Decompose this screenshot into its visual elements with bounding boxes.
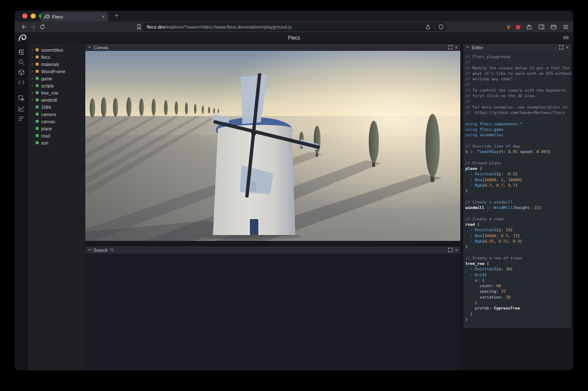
tree-item-camera[interactable]: camera	[28, 111, 85, 118]
flecs-explorer-page: Flecs	[15, 32, 573, 370]
close-icon[interactable]: ×	[455, 248, 458, 253]
close-window-button[interactable]	[22, 13, 27, 18]
reload-icon[interactable]	[39, 24, 46, 30]
left-toolbar	[15, 43, 28, 370]
entity-tree-icon[interactable]	[18, 49, 25, 55]
expander-icon[interactable]: ›	[32, 98, 36, 102]
expander-icon[interactable]: ›	[32, 69, 36, 74]
canvas-panel: Canvas ×	[85, 44, 460, 241]
code-line	[465, 193, 571, 199]
share-link-icon[interactable]	[563, 34, 569, 41]
code-line	[465, 115, 571, 121]
expand-icon[interactable]	[559, 45, 564, 50]
entity-badge	[36, 134, 39, 137]
cube-icon[interactable]	[18, 69, 25, 76]
tree-item-materials[interactable]: ›materials	[28, 61, 85, 68]
browser-tab[interactable]: Flecs ×	[41, 12, 108, 21]
entity-badge	[36, 113, 39, 116]
minimize-window-button[interactable]	[31, 13, 36, 18]
expander-icon[interactable]: ›	[32, 83, 36, 88]
new-tab-button[interactable]: +	[115, 12, 118, 19]
chevron-down-icon[interactable]	[88, 248, 92, 251]
code-line: spacing: 15	[465, 288, 571, 294]
toolbar-extensions: V	[507, 21, 569, 32]
module-badge	[36, 48, 39, 51]
stats-icon[interactable]	[18, 115, 25, 122]
inspect-icon[interactable]	[18, 95, 25, 102]
entity-badge	[36, 127, 39, 130]
expand-icon[interactable]	[448, 248, 453, 252]
expander-icon[interactable]: ›	[32, 48, 36, 52]
tree-item-label: assemblies	[41, 48, 63, 53]
url-bar[interactable]: flecs.dev/explorer/?wasm=https://www.fle…	[142, 23, 447, 31]
tree-item-windmill[interactable]: ›windmill	[28, 96, 85, 103]
code-line: variation: 10	[465, 294, 571, 300]
tree-item-flecs[interactable]: ›flecs	[28, 53, 85, 61]
brave-shield-icon[interactable]	[438, 24, 444, 30]
expand-icon[interactable]	[448, 45, 453, 50]
tree-item-WoodFrame[interactable]: ›WoodFrame	[28, 68, 85, 75]
expander-icon[interactable]: ›	[32, 76, 36, 81]
expander-icon[interactable]: ›	[32, 90, 36, 95]
code-icon[interactable]	[18, 79, 25, 86]
entity-badge	[36, 84, 39, 87]
canvas-3d-view[interactable]	[85, 51, 460, 241]
expander-icon[interactable]: ›	[32, 55, 36, 59]
browser-window: Flecs × + flecs.dev/explorer/?wasm=https…	[15, 11, 573, 370]
search-panel: Search ×	[85, 246, 460, 370]
tree-item-assemblies[interactable]: ›assemblies	[28, 46, 85, 53]
tab-title: Flecs	[52, 14, 99, 19]
page-title: Flecs	[15, 35, 573, 41]
code-line: using assemblies	[465, 132, 571, 137]
panel-title: Editor	[472, 45, 483, 50]
bookmarks-icon[interactable]	[136, 24, 142, 30]
extensions-puzzle-icon[interactable]	[526, 24, 533, 30]
tree-item-scripts[interactable]: ›scripts	[28, 82, 85, 89]
code-line: // what it's like to work with an ECS wi…	[465, 71, 571, 76]
entity-badge	[36, 91, 39, 94]
url-host: flecs.dev	[147, 24, 165, 29]
tree-item-road[interactable]: road	[28, 132, 85, 139]
entity-tree: ›assemblies›flecs›materials›WoodFrame›ga…	[28, 43, 85, 370]
chevron-down-icon[interactable]	[88, 46, 92, 49]
close-icon[interactable]: ×	[455, 45, 458, 50]
expander-icon[interactable]: ›	[32, 62, 36, 66]
page-header: Flecs	[15, 32, 573, 43]
sidebar-toggle-icon[interactable]	[538, 24, 545, 30]
chart-icon[interactable]	[18, 105, 25, 112]
search-results-area[interactable]	[85, 254, 460, 370]
editor-panel-header: Editor ×	[463, 44, 571, 51]
module-badge	[36, 70, 39, 73]
code-line: //	[465, 98, 571, 104]
tree-item-label: sun	[41, 140, 48, 145]
url-text: flecs.dev/explorer/?wasm=https://www.fle…	[147, 24, 422, 29]
search-icon[interactable]	[18, 59, 25, 66]
module-badge	[36, 63, 39, 66]
close-icon[interactable]: ×	[566, 45, 569, 50]
tab-close-icon[interactable]: ×	[102, 14, 105, 19]
code-editor[interactable]: // Flecs playground//// Modify the value…	[463, 51, 571, 328]
tree-item-label: game	[41, 76, 52, 81]
entity-badge	[36, 141, 39, 144]
code-line	[465, 137, 571, 143]
menu-icon[interactable]	[562, 24, 569, 30]
code-line	[465, 249, 571, 255]
tree-item-canvas[interactable]: canvas	[28, 118, 85, 125]
wallet-icon[interactable]	[550, 24, 557, 30]
tree-item-tree_row[interactable]: ›tree_row	[28, 89, 85, 96]
v-extension-icon[interactable]: V	[507, 24, 510, 30]
share-icon[interactable]	[425, 24, 431, 30]
code-line: // Create a row of trees	[465, 255, 571, 261]
code-line: - Rgb{0.55, 0.51, 0.4}	[465, 238, 571, 244]
code-line: }	[465, 244, 571, 249]
tree-item-sun[interactable]: sun	[28, 139, 85, 146]
code-line: }	[465, 188, 571, 193]
back-icon[interactable]	[21, 24, 27, 30]
tree-item-1584[interactable]: 1584	[28, 103, 85, 111]
code-line: - Position3{y: -0.5}	[465, 171, 571, 177]
tree-item-game[interactable]: ›game	[28, 75, 85, 82]
tree-item-plane[interactable]: plane	[28, 125, 85, 132]
forward-icon[interactable]	[30, 24, 37, 30]
red-extension-icon[interactable]	[516, 25, 520, 29]
chevron-down-icon[interactable]	[466, 46, 470, 49]
